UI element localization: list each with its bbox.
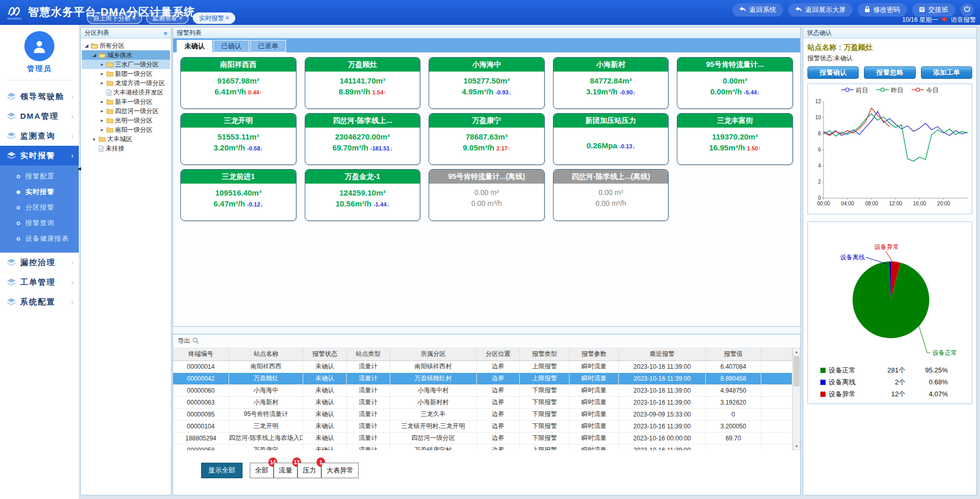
- back-bigscreen-button[interactable]: 返回展示大屏: [788, 3, 853, 17]
- column-header-所属分区[interactable]: 所属分区: [390, 348, 476, 361]
- column-header-报警状态[interactable]: 报警状态: [303, 348, 347, 361]
- filter-button-大表异常[interactable]: 大表异常: [321, 463, 359, 478]
- legend-item-前日[interactable]: 前日: [841, 86, 868, 95]
- alarm-card[interactable]: 小海新村84772.84m³3.19m³/h-0.90↓: [553, 57, 669, 109]
- table-row[interactable]: 00000058万盈康宁未确认流量计万盈镇康宁村边界上限报警瞬时流量2023-1…: [173, 444, 792, 450]
- alarm-card[interactable]: 新团加压站压力0.26Mpa-0.13↓: [553, 113, 669, 165]
- table-row[interactable]: 00000060小海海中未确认流量计小海海中村边界下限报警瞬时流量2023-10…: [173, 384, 792, 396]
- alarm-card[interactable]: 万盈康宁78687.63m³9.05m³/h2.17↑: [429, 113, 545, 165]
- tree-node[interactable]: ◢所有分区: [82, 41, 170, 50]
- tree-collapse-icon[interactable]: «: [164, 29, 167, 37]
- tree-node[interactable]: ▸大丰城区: [82, 134, 170, 144]
- sidebar-subitem-实时报警[interactable]: 实时报警: [0, 184, 79, 200]
- expander-icon[interactable]: ▸: [100, 127, 105, 132]
- horizontal-splitter[interactable]: [173, 327, 801, 334]
- sidebar-subitem-分区报警[interactable]: 分区报警: [0, 200, 79, 215]
- table-row[interactable]: 00000014南阳祥西西未确认流量计南阳镇祥西村边界上限报警瞬时流量2023-…: [173, 361, 792, 372]
- tree-node[interactable]: ▸龙堤方强一级分区: [82, 78, 170, 88]
- scroll-thumb[interactable]: [793, 356, 800, 386]
- tree-node[interactable]: ▸南阳一级分区: [82, 125, 170, 134]
- sidebar-item-DMA管理[interactable]: DMA管理›: [0, 106, 79, 126]
- tree-node[interactable]: ▸四岔河一级分区: [82, 106, 170, 116]
- change-password-button[interactable]: 修改密码: [858, 3, 907, 17]
- alarm-card[interactable]: 三龙丰富街119370.20m³16.95m³/h1.50↑: [677, 113, 793, 165]
- alarm-card[interactable]: 万盈金龙-1124259.10m³10.56m³/h-1.44↓: [305, 169, 421, 221]
- expander-icon[interactable]: ▸: [100, 99, 105, 104]
- column-header-分区位置[interactable]: 分区位置: [476, 348, 520, 361]
- alarm-tab-已派单[interactable]: 已派单: [250, 40, 286, 52]
- expander-icon[interactable]: ▸: [100, 80, 105, 86]
- scroll-up-arrow[interactable]: ▲: [793, 348, 800, 356]
- tree-node[interactable]: 大丰港经济开发区: [82, 88, 170, 97]
- sidebar-item-系统配置[interactable]: 系统配置›: [0, 292, 79, 312]
- column-header-最近报警[interactable]: 最近报警: [619, 348, 705, 361]
- alarm-card[interactable]: 南阳祥西西91657.98m³6.41m³/h0.44↑: [180, 57, 296, 109]
- column-header-站点类型[interactable]: 站点类型: [346, 348, 390, 361]
- alarm-card[interactable]: 三龙前进1109516.40m³6.47m³/h-0.12↓: [180, 169, 296, 221]
- tree-node[interactable]: ▸三水厂一级分区: [82, 60, 170, 69]
- alarm-card[interactable]: 95号肯特流量计...0.00m³0.00m³/h-5.44↓: [677, 57, 793, 109]
- table-row[interactable]: 00000104三龙开明未确认流量计三龙镇开明村,三龙开明边界下限报警瞬时流量2…: [173, 420, 792, 432]
- expander-icon[interactable]: ▸: [92, 136, 97, 142]
- voice-alarm-icon[interactable]: [941, 16, 948, 24]
- alarm-card[interactable]: 95号肯特流量计...(离线)0.00 m³0.00 m³/h: [429, 169, 545, 221]
- magnifier-icon[interactable]: [192, 337, 199, 345]
- add-workorder-button[interactable]: 添加工单: [921, 66, 972, 79]
- tab-close-icon[interactable]: ×: [132, 15, 136, 22]
- sidebar-subitem-报警配置[interactable]: 报警配置: [0, 169, 79, 184]
- panel-collapse-handle[interactable]: ◀: [77, 162, 82, 175]
- sidebar-item-工单管理[interactable]: 工单管理›: [0, 272, 79, 292]
- back-system-button[interactable]: 返回系统: [732, 3, 783, 17]
- alarm-tab-已确认[interactable]: 已确认: [214, 40, 249, 52]
- tab-realtime-alarm[interactable]: 实时报警 ×: [193, 12, 235, 24]
- shift-change-button[interactable]: 交接班: [912, 3, 955, 17]
- expander-icon[interactable]: ◢: [92, 52, 97, 58]
- tree-node[interactable]: ▸新团一级分区: [82, 69, 170, 78]
- expander-icon[interactable]: ▸: [100, 108, 105, 114]
- alarm-card[interactable]: 小海海中105277.50m³4.95m³/h-0.93↓: [429, 57, 545, 109]
- sidebar-item-领导驾驶舱[interactable]: 领导驾驶舱›: [0, 87, 79, 106]
- table-row[interactable]: 00000042万盈顾灶未确认流量计万盈镇顾灶村边界上限报警瞬时流量2023-1…: [173, 372, 792, 384]
- alarm-tab-未确认[interactable]: 未确认: [177, 40, 212, 52]
- table-row[interactable]: 188805294四岔河-陈李线上海农场入口未确认流量计四岔河一级分区边界下限报…: [173, 432, 792, 444]
- tab-monitor-view[interactable]: 监测查看 ×: [146, 12, 189, 24]
- column-header-站点名称[interactable]: 站点名称: [229, 348, 303, 361]
- show-all-button[interactable]: 显示全部: [201, 463, 243, 478]
- alarm-card[interactable]: 万盈顾灶141141.70m³8.89m³/h1.54↑: [305, 57, 421, 109]
- filter-button-压力[interactable]: 压力1: [297, 463, 321, 478]
- tab-top-down-analysis[interactable]: 自上而下分析 ×: [87, 12, 142, 24]
- expander-icon[interactable]: ▸: [100, 62, 105, 67]
- legend-item-今日[interactable]: 今日: [912, 86, 939, 95]
- tree-node[interactable]: ▸光明一级分区: [82, 116, 170, 125]
- column-header-报警类型[interactable]: 报警类型: [520, 348, 570, 361]
- expander-icon[interactable]: ▸: [100, 118, 105, 123]
- power-button[interactable]: [960, 3, 974, 17]
- expander-icon[interactable]: ◢: [84, 43, 89, 48]
- filter-button-流量[interactable]: 流量13: [274, 463, 297, 478]
- filter-button-全部[interactable]: 全部14: [250, 463, 274, 478]
- column-header-终端编号[interactable]: 终端编号: [173, 348, 229, 361]
- column-header-报警值[interactable]: 报警值: [705, 348, 761, 361]
- sidebar-subitem-报警查询[interactable]: 报警查询: [0, 215, 79, 231]
- tab-close-icon[interactable]: ×: [225, 15, 229, 22]
- sidebar-item-监测查询[interactable]: 监测查询›: [0, 126, 79, 146]
- sidebar-subitem-设备健康报表[interactable]: 设备健康报表: [0, 231, 79, 246]
- tab-close-icon[interactable]: ×: [179, 15, 182, 22]
- alarm-card[interactable]: 三龙开明51553.11m³3.20m³/h-0.58↓: [180, 113, 296, 165]
- table-row[interactable]: 00000063小海新村未确认流量计小海新村村边界下限报警瞬时流量2023-10…: [173, 396, 792, 408]
- tree-node[interactable]: 未挂接: [82, 144, 170, 153]
- expander-icon[interactable]: ▸: [100, 71, 105, 76]
- sidebar-item-实时报警[interactable]: 实时报警›: [0, 146, 79, 165]
- sidebar-item-漏控治理[interactable]: 漏控治理›: [0, 253, 79, 272]
- alarm-card[interactable]: 四岔河-陈李线上...23046270.00m³69.70m³/h-181.51…: [305, 113, 421, 165]
- export-button[interactable]: 导出: [178, 337, 190, 345]
- tree-node[interactable]: ◢城乡供水: [82, 50, 170, 60]
- alarm-ignore-button[interactable]: 报警忽略: [864, 66, 915, 79]
- tree-node[interactable]: ▸新丰一级分区: [82, 97, 170, 106]
- alarm-confirm-button[interactable]: 报警确认: [807, 66, 859, 79]
- column-header-报警参数[interactable]: 报警参数: [569, 348, 619, 361]
- alarm-card[interactable]: 四岔河-陈李线上...(离线)0.00 m³0.00 m³/h: [553, 169, 669, 221]
- scroll-down-arrow[interactable]: ▼: [793, 442, 800, 450]
- table-scrollbar[interactable]: ▲ ▼: [792, 348, 800, 450]
- table-row[interactable]: 0000009595号肯特流量计未确认流量计三龙久丰边界下限报警瞬时流量2023…: [173, 408, 792, 420]
